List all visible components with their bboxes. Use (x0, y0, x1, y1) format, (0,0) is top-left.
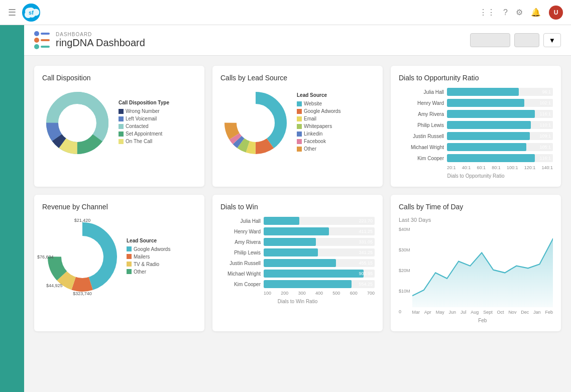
header-btn2[interactable] (514, 33, 539, 47)
dtw-track: 554.25 (264, 280, 375, 288)
y-axis: $40M $30M $20M $10M 0 (399, 227, 410, 323)
bar-row-amy: Amy Rivera 116:1 (399, 110, 553, 118)
dtw-value: 341.25 (359, 250, 373, 255)
bar-label: Julia Hall (399, 89, 444, 95)
bar-label: Michael Wright (399, 145, 444, 150)
help-icon[interactable]: ? (503, 8, 508, 17)
revenue-chart-area: $21,420 $76,634 $44,925 $323,740 Lead So… (42, 217, 196, 297)
header-btn1[interactable] (470, 33, 510, 47)
call-disposition-legend: Call Disposition Type Wrong Number Left … (119, 100, 169, 146)
dtw-fill (264, 270, 364, 278)
dtw-row-henry: Henry Ward 411.25 (220, 227, 375, 235)
nav-right: ⋮⋮ ? ⚙ 🔔 U (479, 6, 563, 20)
bar-track: 116:1 (447, 154, 553, 162)
bar-value: 116:1 (539, 111, 551, 116)
svg-point-8 (60, 105, 95, 141)
rev-mailers: Mailers (127, 254, 170, 259)
bar-label: Kim Cooper (399, 156, 444, 161)
calls-by-lead-source-card: Calls by Lead Source Lead Source (212, 66, 383, 187)
header-dropdown-btn[interactable]: ▼ (543, 33, 561, 47)
dtw-track: 455.15 (264, 259, 375, 267)
call-disposition-donut (42, 88, 112, 158)
rev-label-top: $21,420 (74, 218, 91, 223)
notifications-icon[interactable]: 🔔 (531, 8, 541, 17)
dtw-value: 554.25 (359, 282, 373, 287)
dtw-row-justin: Justin Russell 455.15 (220, 259, 375, 267)
cls-linkedin: Linkedin (297, 131, 340, 137)
dtw-track: 221.70 (264, 217, 375, 225)
cd-legend-on-the-call-label: On The Call (126, 139, 152, 144)
header-actions: ▼ (470, 33, 561, 47)
dtw-track: 331.05 (264, 238, 375, 246)
rev-label-bottom-left: $44,925 (46, 283, 63, 288)
dtw-row-philip: Philip Lewis 341.25 (220, 248, 375, 256)
bar-track: 105:1 (447, 143, 553, 151)
dtw-fill (264, 217, 299, 225)
call-disposition-chart: Call Disposition Type Wrong Number Left … (42, 88, 196, 158)
rev-google: Google Adwords (127, 246, 170, 252)
dtw-row-amy: Amy Rivera 331.05 (220, 238, 375, 246)
cd-legend-wrong-number-label: Wrong Number (126, 108, 160, 114)
app-grid-icon[interactable]: ⋮⋮ (479, 8, 495, 17)
dtw-track: 411.25 (264, 227, 375, 235)
cd-legend-contacted: Contacted (119, 123, 169, 129)
avatar[interactable]: U (549, 6, 563, 20)
dtw-row-michael: Michael Wright 903.95 (220, 270, 375, 278)
calls-by-time-subtitle: Last 30 Days (399, 217, 553, 223)
cd-legend-left-voicemail-label: Left Voicemail (126, 116, 157, 121)
bar-fill (447, 132, 530, 140)
dials-to-win-x-label: Dials to Win Ratio (220, 299, 375, 304)
dtw-fill (264, 259, 336, 267)
bar-label: Philip Lewis (399, 122, 444, 128)
bar-value: 116:1 (539, 156, 551, 161)
cd-legend-wrong-number: Wrong Number (119, 108, 169, 114)
rev-other: Other (127, 269, 170, 275)
bar-label: Justin Russell (399, 134, 444, 139)
cd-legend-set-appointment-label: Set Appointment (126, 131, 162, 137)
bar-value: 109:1 (539, 134, 551, 139)
dashboard-header: DASHBOARD ringDNA Dashboard ▼ (24, 25, 571, 56)
dtw-label: Justin Russell (220, 260, 261, 266)
sidebar (0, 25, 24, 341)
dtw-axis: 100 200 300 400 500 600 700 (220, 291, 375, 296)
bar-row-michael: Michael Wright 105:1 (399, 143, 553, 151)
dials-to-opportunity-chart: Julia Hall 96:1 Henry Ward 102:1 Amy Riv… (399, 88, 553, 179)
nav-left: ☰ sf (8, 4, 40, 22)
cls-whitepapers: Whitepapers (297, 123, 340, 129)
bar-fill (447, 88, 519, 96)
dashboard-title-block: DASHBOARD ringDNA Dashboard (56, 32, 145, 49)
bar-fill (447, 110, 535, 118)
dials-to-win-title: Dials to Win (220, 203, 375, 211)
calls-by-time-line-chart (412, 227, 553, 307)
dtw-label: Amy Rivera (220, 239, 261, 245)
cd-legend-on-the-call: On The Call (119, 139, 169, 144)
dtw-label: Henry Ward (220, 229, 261, 234)
rev-label-left: $76,634 (37, 254, 54, 259)
calls-by-time-svg-wrap: Mar Apr May Jun Jul Aug Sept Oct Nov Dec… (412, 227, 553, 323)
call-disposition-title: Call Disposition (42, 74, 196, 82)
cls-website: Website (297, 101, 340, 106)
bar-value: 105:1 (539, 145, 551, 150)
dials-to-opportunity-card: Dials to Opportunity Ratio Julia Hall 96… (391, 66, 561, 187)
bar-fill (447, 154, 535, 162)
bar-row-henry: Henry Ward 102:1 (399, 99, 553, 107)
dtw-fill (264, 238, 316, 246)
bar-axis: 20:1 40:1 60:1 80:1 100:1 120:1 140:1 (399, 165, 553, 170)
salesforce-logo: sf (22, 4, 40, 22)
bar-label: Henry Ward (399, 100, 444, 106)
revenue-by-channel-title: Revenue by Channel (42, 203, 196, 211)
bar-track: 116:1 (447, 110, 553, 118)
settings-icon[interactable]: ⚙ (516, 8, 523, 17)
dtw-label: Michael Wright (220, 271, 261, 277)
dtw-value: 455.15 (359, 260, 373, 266)
revenue-by-channel-card: Revenue by Channel $21,420 $76,634 $44,9… (34, 195, 204, 331)
call-disposition-card: Call Disposition (34, 66, 204, 187)
hamburger-icon[interactable]: ☰ (8, 7, 16, 18)
dashboard-icon (34, 31, 50, 49)
calls-time-x-label: Feb (412, 318, 553, 323)
bar-value: 96:1 (542, 89, 551, 94)
bar-track: 109:1 (447, 132, 553, 140)
calls-by-time-card: Calls by Time of Day Last 30 Days $40M $… (391, 195, 561, 331)
rev-label-bottom: $323,740 (73, 291, 92, 296)
bar-row-philip: Philip Lewis 110:1 (399, 121, 553, 129)
